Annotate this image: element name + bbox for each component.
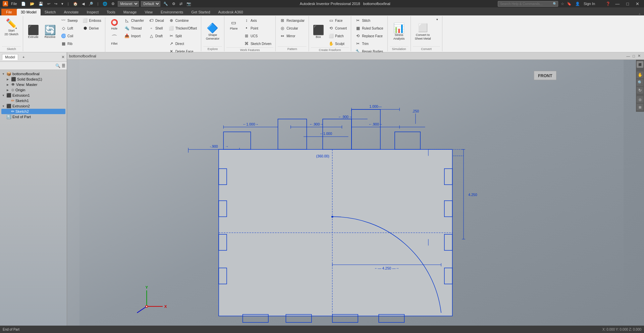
- direct-btn[interactable]: ↗Direct: [167, 40, 199, 47]
- sidebar-search-btn[interactable]: 🔍: [55, 63, 60, 68]
- tree-item-extrusion2[interactable]: ▼ ⬛ Extrusion2: [1, 103, 65, 109]
- thread-btn[interactable]: 🔩Thread: [122, 25, 146, 32]
- qa-save[interactable]: 💾: [38, 2, 44, 6]
- tab-file[interactable]: File: [1, 9, 17, 15]
- revolve-btn[interactable]: 🔄 Revolve: [42, 17, 58, 46]
- tab-environments[interactable]: Environments: [157, 9, 187, 15]
- mirror-btn[interactable]: ⇔Mirror: [278, 32, 307, 40]
- tab-a360[interactable]: Autodesk A360: [214, 9, 247, 15]
- zoom-tool[interactable]: 🔍: [637, 79, 643, 86]
- inner-minimize[interactable]: —: [625, 54, 631, 58]
- sweep-btn[interactable]: 〰Sweep: [59, 17, 80, 24]
- trim-btn[interactable]: ✂Trim: [353, 40, 385, 47]
- qa-new[interactable]: 📄: [20, 2, 27, 6]
- tree-item-root[interactable]: ▼ 📦 bottomofboxfinal: [1, 71, 65, 77]
- add-tab[interactable]: +: [19, 54, 28, 60]
- coil-btn[interactable]: 🌀Coil: [59, 32, 80, 40]
- ruled-surface-btn[interactable]: ▦Ruled Surface: [353, 25, 385, 32]
- point-btn[interactable]: •Point: [242, 25, 273, 32]
- qa-arrows[interactable]: ⇄: [178, 2, 183, 6]
- plane-btn[interactable]: ▭ Plane: [226, 17, 241, 32]
- qa-settings[interactable]: ⚙: [110, 2, 116, 6]
- qa-tool2[interactable]: ⚙: [171, 2, 176, 6]
- qa-back[interactable]: ◀: [81, 2, 86, 6]
- convert-sheet-metal-btn[interactable]: ⬜ Convert toSheet Metal: [413, 17, 433, 46]
- inner-close[interactable]: ✕: [636, 54, 642, 58]
- derive-btn[interactable]: ⬢Derive: [80, 25, 103, 32]
- circular-btn[interactable]: ◎Circular: [278, 25, 307, 32]
- tab-annotate[interactable]: Annotate: [60, 9, 83, 15]
- split-btn[interactable]: ✂Split: [167, 32, 199, 40]
- view-cube[interactable]: ⬛: [637, 61, 643, 68]
- start-2d-sketch-btn[interactable]: ✏️ Start2D Sketch: [2, 17, 21, 38]
- combine-btn[interactable]: ⊕Combine: [167, 17, 199, 24]
- replace-face-btn[interactable]: ⟲Replace Face: [353, 32, 385, 40]
- style-selector[interactable]: Default: [141, 1, 160, 7]
- window-tool[interactable]: ⊞: [637, 104, 643, 110]
- tree-item-sketch1[interactable]: ▶ ✏ Sketch1: [1, 98, 65, 103]
- user-icon[interactable]: 👤: [574, 2, 581, 6]
- patch-btn[interactable]: ⬜Patch: [326, 32, 349, 40]
- qa-network[interactable]: 🌐: [102, 2, 108, 6]
- sketch-driven-btn[interactable]: ⌘Sketch Driven: [242, 40, 273, 47]
- fillet-btn[interactable]: ⌒ Fillet: [107, 32, 122, 47]
- qa-tool1[interactable]: 🔧: [162, 2, 169, 6]
- tab-tools[interactable]: Tools: [103, 9, 119, 15]
- rotate-tool[interactable]: ↻: [637, 87, 643, 94]
- tree-item-extrusion1[interactable]: ▼ ⬛ Extrusion1: [1, 93, 65, 98]
- qa-undo[interactable]: ↩: [46, 2, 51, 6]
- extrude-btn[interactable]: ⬛ Extrude: [25, 17, 41, 46]
- rib-btn[interactable]: ▦Rib: [59, 40, 80, 47]
- pan-tool[interactable]: ✋: [637, 72, 643, 78]
- thicken-btn[interactable]: ⬜Thicken/Offset: [167, 25, 199, 32]
- qa-home[interactable]: 🏠: [72, 2, 79, 6]
- canvas-area[interactable]: bottomofboxfinal — □ ✕: [67, 52, 644, 326]
- tab-view[interactable]: View: [141, 9, 157, 15]
- tab-sketch[interactable]: Sketch: [41, 9, 60, 15]
- shell-btn[interactable]: ▫Shell: [147, 25, 166, 32]
- star-icon[interactable]: ☆: [561, 2, 564, 6]
- tab-3d-model[interactable]: 3D Model: [17, 9, 41, 15]
- face-btn[interactable]: ▭Face: [326, 17, 349, 24]
- workspace-selector[interactable]: Metanet: [118, 1, 139, 7]
- tree-item-sketch2[interactable]: ▶ ✏ Sketch2: [1, 109, 65, 114]
- draft-btn[interactable]: △Draft: [147, 32, 166, 40]
- drawing-canvas[interactable]: -.900 → ←1.000→ ←.900→ ←1.000 ←.900→ .25…: [67, 60, 636, 326]
- tab-inspect[interactable]: Inspect: [83, 9, 103, 15]
- rectangular-btn[interactable]: ⊞Rectangular: [278, 17, 307, 24]
- axis-btn[interactable]: ↕Axis: [242, 17, 273, 24]
- tree-item-origin[interactable]: ▶ ⊕ Origin: [1, 87, 65, 93]
- qa-camera[interactable]: 📷: [185, 2, 192, 6]
- minimize-btn[interactable]: —: [613, 1, 622, 6]
- chamfer-btn[interactable]: ◺Chamfer: [122, 17, 146, 24]
- bookmark-icon[interactable]: 🔖: [567, 2, 572, 6]
- ribbon-collapse-btn[interactable]: ▲: [638, 12, 641, 15]
- file-menu-btn[interactable]: File: [10, 2, 18, 6]
- qa-open[interactable]: 📂: [29, 2, 36, 6]
- tab-get-started[interactable]: Get Started: [187, 9, 214, 15]
- sculpt-btn[interactable]: ✋Sculpt: [326, 40, 349, 47]
- convert-dropdown[interactable]: ▾: [434, 17, 440, 22]
- tab-manage[interactable]: Manage: [119, 9, 141, 15]
- shape-generator-btn[interactable]: 🔷 ShapeGenerator: [203, 17, 222, 46]
- sign-in-btn[interactable]: Sign In: [584, 2, 595, 6]
- tree-item-end-of-part[interactable]: ▶ 🔚 End of Part: [1, 114, 65, 120]
- look-at-tool[interactable]: ◎: [637, 96, 643, 103]
- box-btn[interactable]: ⬛ Box: [311, 17, 326, 46]
- qa-more[interactable]: ▾: [60, 2, 64, 6]
- ucs-btn[interactable]: ⊞UCS: [242, 32, 273, 40]
- close-btn[interactable]: ✕: [634, 1, 641, 6]
- inner-maximize[interactable]: □: [631, 54, 636, 58]
- emboss-btn[interactable]: ⬜Emboss: [80, 17, 103, 24]
- help-btn[interactable]: ❓: [606, 2, 610, 6]
- sidebar-close[interactable]: ✕: [61, 55, 65, 59]
- model-tab[interactable]: Model: [2, 54, 18, 60]
- qa-zoom[interactable]: 🔎: [88, 2, 94, 6]
- stitch-btn[interactable]: ✂Stitch: [353, 17, 385, 24]
- import-btn[interactable]: 📥Import: [122, 32, 146, 40]
- loft-btn[interactable]: ◇Loft: [59, 25, 80, 32]
- tree-item-view-master[interactable]: ▶ 👁 View: Master: [1, 82, 65, 87]
- sidebar-menu-btn[interactable]: ☰: [62, 63, 65, 68]
- convert-freeform-btn[interactable]: ⟲Convert: [326, 25, 349, 32]
- maximize-btn[interactable]: □: [624, 1, 631, 6]
